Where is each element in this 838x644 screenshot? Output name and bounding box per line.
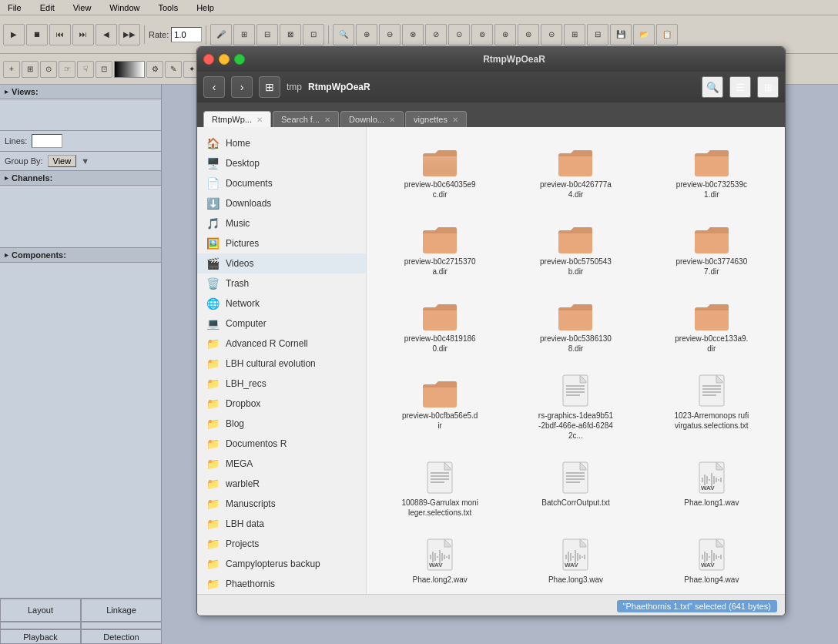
- close-button[interactable]: [203, 54, 214, 65]
- toolbar-btn-17[interactable]: ⊛: [494, 24, 516, 45]
- file-item-8[interactable]: preview-b0cce133a9.dir: [648, 290, 776, 360]
- sidebar-item-home[interactable]: 🏠 Home: [197, 133, 366, 153]
- toolbar-btn-save[interactable]: 💾: [610, 24, 632, 45]
- toolbar-btn-s4[interactable]: ☞: [59, 61, 75, 78]
- tab-1[interactable]: Search f... ✕: [273, 111, 339, 127]
- toolbar-btn-14[interactable]: ⊘: [425, 24, 447, 45]
- lines-input[interactable]: [32, 134, 62, 148]
- list-view-button[interactable]: ☰: [729, 76, 751, 98]
- toolbar-btn-7[interactable]: ⊞: [233, 24, 255, 45]
- sidebar-item-dropbox[interactable]: 📁 Dropbox: [197, 394, 366, 414]
- toolbar-btn-13[interactable]: ⊗: [402, 24, 424, 45]
- tab-3-close[interactable]: ✕: [452, 116, 458, 124]
- sidebar-item-manuscripts[interactable]: 📁 Manuscripts: [197, 494, 366, 514]
- toolbar-btn-22[interactable]: 📂: [633, 24, 655, 45]
- tab-2-close[interactable]: ✕: [389, 116, 395, 124]
- tab-playback[interactable]: Playback: [0, 629, 81, 644]
- toolbar-btn-20[interactable]: ⊞: [564, 24, 585, 45]
- file-item-4[interactable]: preview-b0c5750543b.dir: [511, 213, 639, 283]
- toolbar-btn-15[interactable]: ⊙: [448, 24, 470, 45]
- bookmark-button[interactable]: ⊞: [259, 76, 280, 98]
- rate-input[interactable]: [171, 27, 202, 42]
- toolbar-btn-10[interactable]: ⊡: [303, 24, 324, 45]
- menu-help[interactable]: Help: [192, 2, 219, 13]
- toolbar-btn-s2[interactable]: ⊞: [22, 61, 39, 78]
- minimize-button[interactable]: [219, 54, 230, 65]
- tab-2[interactable]: Downlo... ✕: [340, 111, 404, 127]
- color-selector[interactable]: [114, 61, 145, 78]
- menu-file[interactable]: File: [3, 2, 26, 13]
- file-item-6[interactable]: preview-b0c48191860.dir: [376, 290, 504, 360]
- toolbar-btn-6[interactable]: ▶▶: [119, 24, 140, 45]
- grid-view-button[interactable]: ⊞: [757, 76, 779, 98]
- menu-window[interactable]: Window: [105, 2, 144, 13]
- tab-detection[interactable]: Detection: [81, 629, 162, 644]
- toolbar-btn-12[interactable]: ⊖: [379, 24, 401, 45]
- file-item-14[interactable]: WAV Phae.long1.wav: [648, 454, 776, 524]
- toolbar-btn-s6[interactable]: ⊡: [96, 61, 112, 78]
- menu-tools[interactable]: Tools: [153, 2, 183, 13]
- sidebar-item-documentos-r[interactable]: 📁 Documentos R: [197, 434, 366, 454]
- tab-0[interactable]: RtmpWp... ✕: [203, 111, 271, 127]
- sidebar-item-blog[interactable]: 📁 Blog: [197, 414, 366, 434]
- file-item-16[interactable]: WAV Phae.long3.wav: [511, 532, 639, 591]
- sidebar-item-campylopterus[interactable]: 📁 Campylopterus backup: [197, 554, 366, 574]
- groupby-button[interactable]: View: [48, 155, 77, 167]
- toolbar-btn-21[interactable]: ⊟: [587, 24, 608, 45]
- toolbar-btn-19[interactable]: ⊝: [541, 24, 562, 45]
- sidebar-item-lbh-data[interactable]: 📁 LBH data: [197, 514, 366, 534]
- toolbar-btn-2[interactable]: ⏹: [26, 24, 48, 45]
- file-item-17[interactable]: WAV Phae.long4.wav: [648, 532, 776, 591]
- toolbar-btn-s3[interactable]: ⊙: [40, 61, 57, 78]
- toolbar-btn-23[interactable]: 📋: [656, 24, 678, 45]
- file-item-12[interactable]: 100889-Garrulax monileger.selections.txt: [376, 454, 504, 524]
- sidebar-item-desktop[interactable]: 🖥️ Desktop: [197, 153, 366, 173]
- tab-0-close[interactable]: ✕: [256, 116, 263, 124]
- toolbar-btn-8[interactable]: ⊟: [256, 24, 278, 45]
- file-item-15[interactable]: WAV Phae.long2.wav: [376, 532, 504, 591]
- sidebar-item-computer[interactable]: 💻 Computer: [197, 314, 366, 334]
- toolbar-btn-16[interactable]: ⊚: [471, 24, 493, 45]
- tab-layout[interactable]: Layout: [0, 599, 81, 622]
- file-item-9[interactable]: preview-b0cfba56e5.dir: [376, 367, 504, 447]
- sidebar-item-pictures[interactable]: 🖼️ Pictures: [197, 233, 366, 253]
- sidebar-item-lbh-cultural[interactable]: 📁 LBH cultural evolution: [197, 354, 366, 374]
- file-item-5[interactable]: preview-b0c37746307.dir: [648, 213, 776, 283]
- search-button[interactable]: 🔍: [702, 76, 723, 98]
- back-button[interactable]: ‹: [203, 76, 225, 98]
- file-item-7[interactable]: preview-b0c53861308.dir: [511, 290, 639, 360]
- forward-button[interactable]: ›: [231, 76, 253, 98]
- file-item-3[interactable]: preview-b0c2715370a.dir: [376, 213, 504, 283]
- groupby-arrow[interactable]: ▼: [81, 156, 89, 166]
- toolbar-btn-s1[interactable]: +: [3, 61, 20, 78]
- file-item-13[interactable]: BatchCorrOutput.txt: [511, 454, 639, 524]
- file-item-11[interactable]: 1023-Arremonops rufivirgatus.selections.…: [648, 367, 776, 447]
- file-item-10[interactable]: rs-graphics-1dea9b51-2bdf-466e-a6fd-6284…: [511, 367, 639, 447]
- toolbar-btn-4[interactable]: ⏭: [72, 24, 94, 45]
- toolbar-btn-3[interactable]: ⏮: [49, 24, 71, 45]
- toolbar-btn-11[interactable]: ⊕: [356, 24, 377, 45]
- sidebar-item-trash[interactable]: 🗑️ Trash: [197, 273, 366, 293]
- toolbar-btn-18[interactable]: ⊜: [518, 24, 539, 45]
- sidebar-item-music[interactable]: 🎵 Music: [197, 213, 366, 233]
- sidebar-item-mega[interactable]: 📁 MEGA: [197, 454, 366, 474]
- toolbar-btn-s7[interactable]: ⚙: [146, 61, 163, 78]
- toolbar-btn-mic[interactable]: 🎤: [210, 24, 232, 45]
- toolbar-btn-9[interactable]: ⊠: [280, 24, 301, 45]
- toolbar-btn-zoom[interactable]: 🔍: [333, 24, 354, 45]
- menu-view[interactable]: View: [69, 2, 96, 13]
- tab-linkage[interactable]: Linkage: [81, 599, 162, 622]
- tab-1-close[interactable]: ✕: [324, 116, 330, 124]
- file-item-1[interactable]: preview-b0c426777a4.dir: [511, 136, 639, 206]
- sidebar-item-downloads[interactable]: ⬇️ Downloads: [197, 193, 366, 213]
- sidebar-item-documents[interactable]: 📄 Documents: [197, 173, 366, 193]
- menu-edit[interactable]: Edit: [35, 2, 59, 13]
- file-item-2[interactable]: preview-b0c732539c1.dir: [648, 136, 776, 206]
- sidebar-item-advanced-r[interactable]: 📁 Advanced R Cornell: [197, 334, 366, 354]
- sidebar-item-projects[interactable]: 📁 Projects: [197, 534, 366, 554]
- maximize-button[interactable]: [234, 54, 245, 65]
- sidebar-item-lbh-recs[interactable]: 📁 LBH_recs: [197, 374, 366, 394]
- toolbar-btn-5[interactable]: ◀: [96, 24, 117, 45]
- sidebar-item-network[interactable]: 🌐 Network: [197, 293, 366, 314]
- tab-3[interactable]: vignettes ✕: [405, 111, 467, 127]
